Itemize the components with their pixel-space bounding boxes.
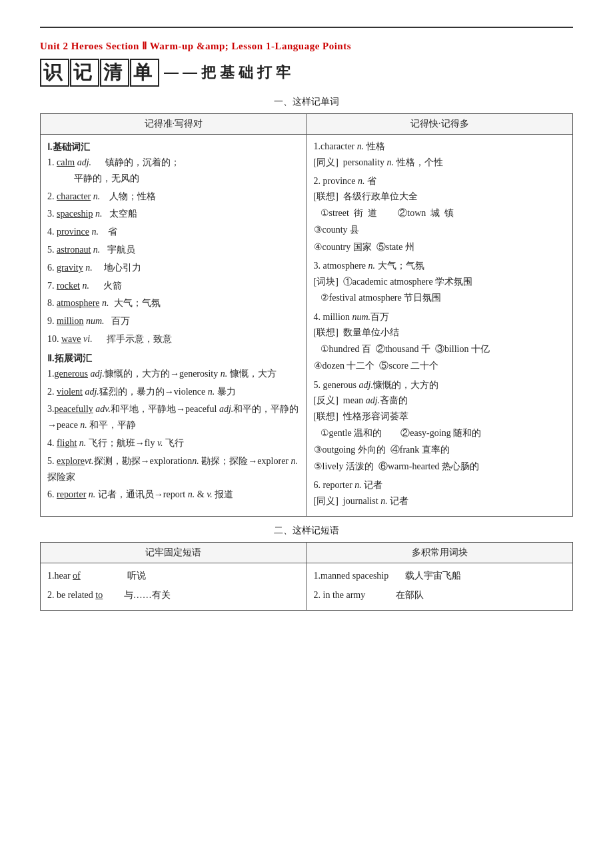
right-entry-6: 6. reporter n. 记者 [同义] journalist n. 记者: [314, 477, 566, 509]
phrase-left-cell: 1.hear of 听说 2. be related to 与……有关: [41, 563, 307, 611]
vocab-item-6: 6. gravity n. 地心引力: [47, 260, 300, 276]
table-header-right: 记得快·记得多: [306, 114, 573, 135]
right-entry-2: 2. province n. 省 [联想] 各级行政单位大全 ①street 街…: [314, 173, 566, 255]
ext-item-3: 3.peacefully adv.和平地，平静地→peaceful adj.和平…: [47, 401, 300, 433]
title-char-2: 记: [70, 59, 99, 87]
phrase-right-item-2: 2. in the army 在部队: [314, 587, 566, 603]
vocab-item-1: 1. calm adj. 镇静的，沉着的； 平静的，无风的: [47, 155, 300, 187]
phrase-right-cell: 1.manned spaceship 载人宇宙飞船 2. in the army…: [306, 563, 573, 611]
vocab-right-cell: 1.character n. 性格 [同义] personality n. 性格…: [306, 135, 573, 517]
vocab-item-2: 2. character n. 人物；性格: [47, 189, 300, 205]
title-dash: ——把基础打牢: [164, 63, 295, 83]
vocab-item-10: 10. wave vi. 挥手示意，致意: [47, 331, 300, 347]
main-title: 识 记 清 单 ——把基础打牢: [40, 59, 573, 87]
vocab-item-8: 8. atmosphere n. 大气；气氛: [47, 295, 300, 311]
phrase-header-left: 记牢固定短语: [41, 543, 307, 563]
ext-item-6: 6. reporter n. 记者，通讯员→report n. & v. 报道: [47, 487, 300, 503]
phrase-header-right: 多积常用词块: [306, 543, 573, 563]
vocab-item-5: 5. astronaut n. 宇航员: [47, 242, 300, 258]
top-divider: [40, 27, 573, 28]
table-header-left: 记得准·写得对: [41, 114, 307, 135]
vocab-item-4: 4. province n. 省: [47, 224, 300, 240]
part1-header: Ⅰ.基础词汇: [47, 141, 300, 153]
ext-item-5: 5. explorevt.探测，勘探→explorationn. 勘探；探险→e…: [47, 453, 300, 485]
title-char-3: 清: [100, 59, 129, 87]
part2-header: Ⅱ.拓展词汇: [47, 353, 300, 365]
phrase-item-2: 2. be related to 与……有关: [47, 587, 300, 603]
vocab-table: 记得准·写得对 记得快·记得多 Ⅰ.基础词汇 1. calm adj. 镇静的，…: [40, 113, 573, 517]
phrase-right-item-1: 1.manned spaceship 载人宇宙飞船: [314, 567, 566, 584]
title-char-1: 识: [40, 59, 69, 87]
phrase-item-1: 1.hear of 听说: [47, 567, 300, 584]
phrase-table: 记牢固定短语 多积常用词块 1.hear of 听说 2. be related…: [40, 542, 573, 611]
section2-label: 二、这样记短语: [40, 525, 573, 537]
unit-title: Unit 2 Heroes Section Ⅱ Warm-up &amp; Le…: [40, 40, 573, 52]
title-char-4: 单: [130, 59, 159, 87]
ext-item-2: 2. violent adj.猛烈的，暴力的→violence n. 暴力: [47, 384, 300, 400]
vocab-item-3: 3. spaceship n. 太空船: [47, 206, 300, 222]
right-entry-4: 4. million num.百万 [联想] 数量单位小结 ①hundred 百…: [314, 309, 566, 375]
ext-item-1: 1.generous adj.慷慨的，大方的→generosity n. 慷慨，…: [47, 366, 300, 382]
vocab-left-cell: Ⅰ.基础词汇 1. calm adj. 镇静的，沉着的； 平静的，无风的 2. …: [41, 135, 307, 517]
vocab-item-9: 9. million num. 百万: [47, 313, 300, 329]
ext-item-4: 4. flight n. 飞行；航班→fly v. 飞行: [47, 435, 300, 451]
section1-label: 一、这样记单词: [40, 96, 573, 108]
right-entry-1: 1.character n. 性格 [同义] personality n. 性格…: [314, 139, 566, 171]
right-entry-5: 5. generous adj.慷慨的，大方的 [反义] mean adj.吝啬…: [314, 377, 566, 475]
vocab-item-7: 7. rocket n. 火箭: [47, 278, 300, 294]
right-entry-3: 3. atmosphere n. 大气；气氛 [词块] ①academic at…: [314, 258, 566, 307]
